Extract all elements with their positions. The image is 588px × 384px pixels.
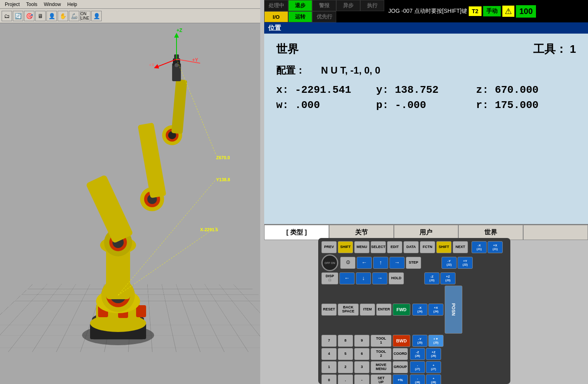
off-on-switch[interactable]: OFF ON xyxy=(321,254,338,271)
svg-point-30 xyxy=(175,63,179,67)
btn-7[interactable]: 7 xyxy=(321,335,337,347)
tab-type[interactable]: [ 类型 ] xyxy=(264,225,329,240)
btn-arrow-up[interactable]: ↑ xyxy=(373,257,388,269)
btn-shift-right[interactable]: SHIFT xyxy=(436,241,452,253)
btn-setup[interactable]: SETUP xyxy=(371,374,391,384)
btn-move-menu[interactable]: MOVEMENU xyxy=(371,361,391,373)
btn-item[interactable]: ITEM xyxy=(360,304,375,316)
btn-4[interactable]: 4 xyxy=(321,348,337,360)
btn-1[interactable]: 1 xyxy=(321,361,337,373)
btn-arrow-right-1[interactable]: → xyxy=(389,257,405,269)
posn-button[interactable]: POSN xyxy=(445,286,462,334)
btn-plus-y-j2[interactable]: +Y(J2) xyxy=(458,257,473,269)
svg-text:+Y: +Y xyxy=(192,57,198,63)
btn-data[interactable]: DATA xyxy=(403,241,419,253)
btn-2[interactable]: 2 xyxy=(338,361,353,373)
toolbar-icon-9[interactable]: 👤 xyxy=(91,11,102,21)
menu-help[interactable]: Help xyxy=(64,1,80,8)
toolbar-icon-2[interactable]: 🔄 xyxy=(13,11,23,21)
btn-backspace[interactable]: BACKSPACE xyxy=(338,304,359,316)
btn-hold[interactable]: HOLD xyxy=(389,272,404,284)
btn-plus-z-j3[interactable]: +Z(J3) xyxy=(440,272,456,284)
btn-minus-z-j3[interactable]: -Z(J3) xyxy=(424,272,439,284)
menu-project[interactable]: Project xyxy=(2,1,23,8)
btn-menu[interactable]: MENU xyxy=(354,241,369,253)
btn-plus-y-j5[interactable]: +▼(J5) xyxy=(428,335,444,347)
btn-next[interactable]: NEXT xyxy=(453,241,468,253)
manual-badge: 手动 xyxy=(483,6,501,16)
btn-fctn[interactable]: FCTN xyxy=(420,241,435,253)
btn-group[interactable]: GROUP xyxy=(393,361,408,373)
btn-prev[interactable]: PREV xyxy=(321,241,337,253)
btn-bwd[interactable]: BWD xyxy=(393,335,410,347)
menu-tools[interactable]: Tools xyxy=(23,1,40,8)
btn-reset[interactable]: RESET xyxy=(321,304,337,316)
btn-coord[interactable]: COORD xyxy=(393,348,408,360)
btn-tool2[interactable]: TOOL2 xyxy=(371,348,391,360)
btn-info[interactable]: ⓘ xyxy=(340,257,355,269)
btn-9[interactable]: 9 xyxy=(354,335,369,347)
y-label-val: y: 138.752 xyxy=(376,84,476,96)
btn-step[interactable]: STEP xyxy=(406,257,421,269)
btn-minus-j8[interactable]: -(J8) xyxy=(410,374,425,384)
svg-rect-8 xyxy=(136,305,146,317)
percentage-display: 100 xyxy=(516,5,536,18)
robot-viewport: +Y +Z +X Z670.0 Y138.8 X-2291.5 xyxy=(0,23,260,384)
config-value: N U T, -1, 0, 0 xyxy=(321,65,380,76)
toolbar-icon-1[interactable]: 🗂 xyxy=(2,11,12,21)
toolbar-icon-5[interactable]: 👤 xyxy=(46,11,57,21)
r-value: 175.000 xyxy=(495,99,538,111)
position-header: 位置 xyxy=(264,22,588,34)
btn-arrow-down[interactable]: ↓ xyxy=(356,272,371,284)
btn-minus-x-j1[interactable]: -X(J1) xyxy=(472,241,487,253)
btn-fwd[interactable]: FWD xyxy=(393,304,410,316)
z-label-val: z: 670.000 xyxy=(476,84,576,96)
btn-3[interactable]: 3 xyxy=(354,361,369,373)
status-bar: 处理中 退步 警报 异步 执行 I/O 运转 优先行 JOG -007 点动时要… xyxy=(264,0,588,22)
svg-rect-26 xyxy=(171,79,187,134)
world-tool-row: 世界 工具： 1 xyxy=(276,42,576,57)
btn-arrow-right-2[interactable]: → xyxy=(372,272,387,284)
toolbar-icon-7[interactable]: 🦾 xyxy=(69,11,79,21)
btn-5[interactable]: 5 xyxy=(338,348,353,360)
jog-message-text: JOG -007 点动时要按[SHIFT]键 xyxy=(388,8,467,15)
btn-disp[interactable]: DISP□ xyxy=(321,272,338,284)
btn-minus-z-j6[interactable]: -Z(J6) xyxy=(410,348,425,360)
btn-plus-z-j6[interactable]: +Z(J6) xyxy=(426,348,441,360)
btn-enter[interactable]: ENTER xyxy=(376,304,391,316)
w-value: .000 xyxy=(295,99,320,111)
btn-plus-j8[interactable]: +(J8) xyxy=(426,374,441,384)
status-io: I/O xyxy=(264,11,288,22)
toolbar-icon-6[interactable]: ✋ xyxy=(58,11,68,21)
btn-tool1[interactable]: TOOL1 xyxy=(371,335,391,347)
btn-minus[interactable]: - xyxy=(354,374,369,384)
btn-minus-y-j2[interactable]: -Y(J2) xyxy=(442,257,457,269)
pendant-row-2: OFF ON ⓘ ← ↑ → STEP -Y(J2) +Y(J2) xyxy=(321,254,507,271)
robot-arm-svg: +Y +Z +X xyxy=(0,23,260,371)
btn-minus-j7[interactable]: -(J7) xyxy=(410,361,425,373)
position-values: x: -2291.541 y: 138.752 z: 670.000 w: .0… xyxy=(276,84,576,111)
toolbar-icon-3[interactable]: 🎯 xyxy=(24,11,34,21)
jog-message: JOG -007 点动时要按[SHIFT]键 T2 手动 ⚠ 100 xyxy=(384,0,588,22)
btn-edit[interactable]: EDIT xyxy=(387,241,402,253)
btn-plus-x-j1[interactable]: +X(J1) xyxy=(488,241,503,253)
btn-8[interactable]: 8 xyxy=(338,335,353,347)
btn-shift-left[interactable]: SHIFT xyxy=(338,241,353,253)
menu-window[interactable]: Window xyxy=(40,1,64,8)
tab-empty xyxy=(523,225,588,240)
btn-plus-j7[interactable]: +(J7) xyxy=(426,361,441,373)
btn-select[interactable]: SELECT xyxy=(371,241,386,253)
btn-arrow-left-1[interactable]: ← xyxy=(357,257,372,269)
btn-minus-y-j5[interactable]: -Y(J5) xyxy=(412,335,427,347)
toolbar-icon-4[interactable]: 🖥 xyxy=(35,11,46,21)
config-row: 配置： N U T, -1, 0, 0 xyxy=(276,64,576,77)
btn-minus-x-j4[interactable]: -X(J4) xyxy=(412,304,427,316)
teach-pendant: PREV SHIFT MENU SELECT EDIT DATA FCTN SH… xyxy=(318,238,510,384)
btn-arrow-left-2[interactable]: ← xyxy=(339,272,355,284)
btn-dot[interactable]: . xyxy=(338,374,353,384)
btn-6[interactable]: 6 xyxy=(354,348,369,360)
toolbar-icon-online[interactable]: ON LINE xyxy=(80,11,90,21)
btn-0[interactable]: 0 xyxy=(321,374,337,384)
btn-plus-x-j4[interactable]: +X(J4) xyxy=(428,304,444,316)
btn-plus-percent[interactable]: +% xyxy=(393,374,408,384)
